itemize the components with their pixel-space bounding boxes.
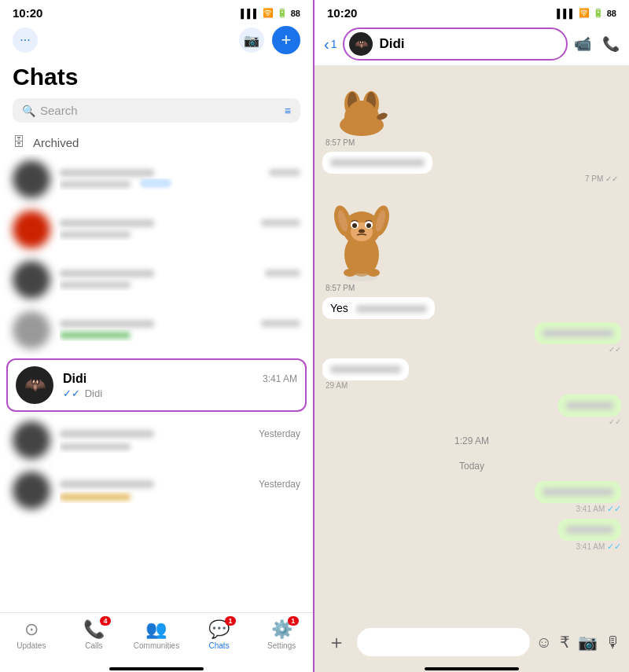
video-call-icon[interactable]: 📹 xyxy=(574,35,591,53)
yes-row: Yes xyxy=(322,297,621,319)
contact-avatar: 🦇 xyxy=(349,32,373,56)
updates-icon: ⊙ xyxy=(24,619,39,640)
mic-icon[interactable]: 🎙 xyxy=(605,633,621,652)
chat-item-2[interactable] xyxy=(0,204,313,255)
chat-item-didi[interactable]: 🦇 Didi 3:41 AM ✓✓ Didi xyxy=(6,358,307,412)
left-panel: 10:20 ▌▌▌ 🛜 🔋 88 ··· 📷 + Chats 🔍 Search xyxy=(0,0,314,672)
badge-1 xyxy=(140,178,171,188)
left-status-bar: 10:20 ▌▌▌ 🛜 🔋 88 xyxy=(0,0,313,23)
plus-icon: + xyxy=(281,30,292,50)
preview-text-6 xyxy=(60,494,131,501)
preview-2 xyxy=(60,229,300,241)
chat-info-didi: Didi 3:41 AM ✓✓ Didi xyxy=(63,372,297,399)
communities-label: Communities xyxy=(134,641,179,650)
preview-6 xyxy=(60,491,300,503)
message-input[interactable] xyxy=(357,628,530,656)
add-button[interactable]: + xyxy=(272,26,300,54)
time-857b: 8:57 PM xyxy=(326,284,355,292)
sticker-icon[interactable]: ☺ xyxy=(536,633,552,652)
received-29: 29 AM xyxy=(322,358,621,390)
preview-4 xyxy=(60,329,300,341)
bottom-nav: ⊙ Updates 📞 4 Calls 👥 Communities 💬 1 Ch… xyxy=(0,612,313,663)
messages-area: 8:57 PM 7 PM ✓✓ xyxy=(314,66,629,622)
time-2 xyxy=(261,219,300,226)
today-label: Today xyxy=(322,461,621,472)
time-6: Yesterday xyxy=(259,479,300,490)
menu-circle[interactable]: ··· xyxy=(13,28,38,53)
phone-call-icon[interactable]: 📞 xyxy=(602,35,620,53)
time-129-center: 1:29 AM xyxy=(322,435,621,446)
sent-blurred-2: ✓✓ xyxy=(322,395,621,426)
r-battery-pct: 88 xyxy=(607,9,616,18)
right-panel: 10:20 ▌▌▌ 🛜 🔋 88 ‹ 1 🦇 Didi 📹 📞 xyxy=(314,0,629,672)
nav-communities[interactable]: 👥 Communities xyxy=(125,619,188,650)
avatar-6 xyxy=(13,472,50,509)
preview-text-1 xyxy=(60,181,131,188)
didi-name: Didi xyxy=(63,372,86,386)
name-row-3 xyxy=(60,270,300,277)
calls-icon: 📞 4 xyxy=(83,619,105,640)
add-media-button[interactable]: ＋ xyxy=(322,628,351,656)
chat-item-1[interactable] xyxy=(0,154,313,204)
name-row-2 xyxy=(60,219,300,227)
sent-b1 xyxy=(535,322,621,344)
top-right-icons: 📷 + xyxy=(239,26,300,54)
chat-info-6: Yesterday xyxy=(60,479,300,503)
r-signal-icon: ▌▌▌ xyxy=(557,9,575,18)
bubble-29 xyxy=(322,358,409,380)
left-time: 10:20 xyxy=(13,6,42,20)
name-6 xyxy=(60,480,154,488)
search-input[interactable]: Search xyxy=(40,104,280,117)
nav-calls[interactable]: 📞 4 Calls xyxy=(63,619,126,650)
name-5 xyxy=(60,430,154,438)
archived-row[interactable]: 🗄 Archived xyxy=(0,130,313,154)
back-button[interactable]: ‹ 1 xyxy=(324,35,337,53)
rupee-icon[interactable]: ₹ xyxy=(560,633,570,652)
blur-r1 xyxy=(330,159,425,167)
left-top-bar: ··· 📷 + xyxy=(0,23,313,61)
time-5: Yesterday xyxy=(259,428,300,439)
sticker-dog-top: 8:57 PM xyxy=(322,74,621,147)
sticker-dog-front: 8:57 PM xyxy=(322,188,621,292)
didi-preview: ✓✓ Didi xyxy=(63,387,297,399)
avatar-didi: 🦇 xyxy=(16,366,53,404)
camera-input-icon[interactable]: 📷 xyxy=(578,633,598,652)
chats-label: Chats xyxy=(209,641,230,650)
avatar-5 xyxy=(13,421,50,459)
sb341a xyxy=(543,488,613,496)
svg-point-22 xyxy=(367,269,380,277)
chat-item-3[interactable] xyxy=(0,255,313,305)
preview-text-5 xyxy=(60,443,131,450)
sb1 xyxy=(543,329,613,337)
nav-settings[interactable]: ⚙️ 1 Settings xyxy=(250,619,313,650)
search-bar[interactable]: 🔍 Search ≡ xyxy=(13,98,300,123)
chat-item-4[interactable] xyxy=(0,305,313,355)
chat-item-6[interactable]: Yesterday xyxy=(0,465,313,516)
sent-time-2: ✓✓ xyxy=(609,417,621,426)
sb341b xyxy=(566,526,613,534)
time-7pm: 7 PM ✓✓ xyxy=(585,174,621,183)
name-1 xyxy=(60,169,154,177)
svg-point-17 xyxy=(352,223,357,228)
yes-text: Yes xyxy=(330,302,348,314)
time-341b-label: 3:41 AM ✓✓ xyxy=(576,542,621,552)
filter-icon[interactable]: ≡ xyxy=(285,105,291,117)
chats-title: Chats xyxy=(0,61,313,98)
name-4 xyxy=(60,320,154,328)
time-341a-label: 3:41 AM ✓✓ xyxy=(576,504,621,514)
dog-sticker-front-svg xyxy=(322,188,401,282)
contact-pill[interactable]: 🦇 Didi xyxy=(343,28,568,61)
nav-chats[interactable]: 💬 1 Chats xyxy=(188,619,251,650)
settings-icon: ⚙️ 1 xyxy=(271,619,292,640)
chat-item-5[interactable]: Yesterday xyxy=(0,415,313,465)
home-indicator-left xyxy=(109,667,204,670)
check-marks: ✓✓ xyxy=(63,387,83,399)
nav-updates[interactable]: ⊙ Updates xyxy=(0,619,63,650)
calls-badge: 4 xyxy=(100,616,111,626)
chat-info-3 xyxy=(60,270,300,291)
signal-icon: ▌▌▌ xyxy=(241,9,259,18)
avatar-3 xyxy=(13,261,50,299)
input-bar: ＋ ☺ ₹ 📷 🎙 xyxy=(314,622,629,663)
camera-button[interactable]: 📷 xyxy=(239,28,264,53)
menu-button[interactable]: ··· xyxy=(13,28,38,53)
